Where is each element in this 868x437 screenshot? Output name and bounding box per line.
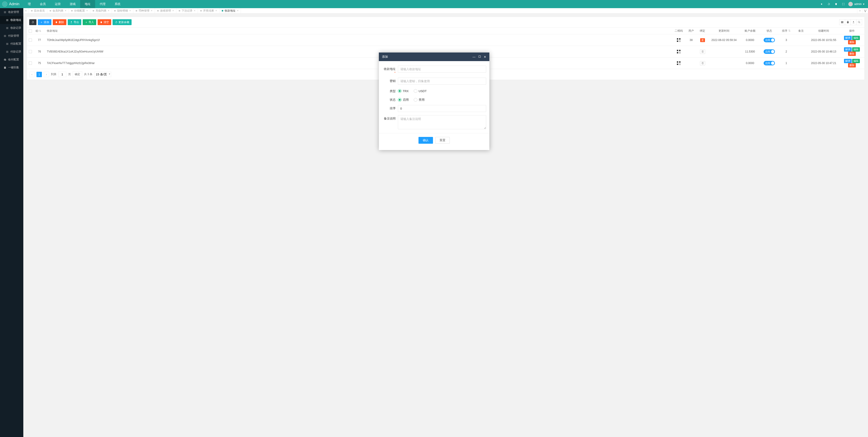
logo-text: Admin xyxy=(9,2,19,6)
nav-item-1[interactable]: 会员 xyxy=(35,0,50,8)
header: Admin 理会员运营游戏地址代理系统 admin ▾ xyxy=(0,0,868,8)
logo-icon xyxy=(2,2,7,6)
user-name: admin xyxy=(854,2,862,6)
user-menu[interactable]: admin ▾ xyxy=(847,2,866,6)
nav-item-5[interactable]: 代理 xyxy=(95,0,110,8)
nav-item-2[interactable]: 运营 xyxy=(50,0,65,8)
header-right: admin ▾ xyxy=(818,0,868,8)
top-nav: 理会员运营游戏地址代理系统 xyxy=(23,0,125,8)
refresh-icon[interactable] xyxy=(825,0,832,8)
nav-item-4[interactable]: 地址 xyxy=(80,0,95,8)
avatar xyxy=(848,2,853,6)
notification-icon[interactable] xyxy=(818,0,825,8)
fullscreen-icon[interactable] xyxy=(840,0,847,8)
nav-item-0[interactable]: 理 xyxy=(23,0,35,8)
trash-icon[interactable] xyxy=(832,0,840,8)
nav-item-6[interactable]: 系统 xyxy=(110,0,125,8)
logo[interactable]: Admin xyxy=(0,2,23,6)
nav-item-3[interactable]: 游戏 xyxy=(65,0,80,8)
chevron-down-icon: ▾ xyxy=(863,2,864,6)
svg-point-0 xyxy=(821,4,822,5)
